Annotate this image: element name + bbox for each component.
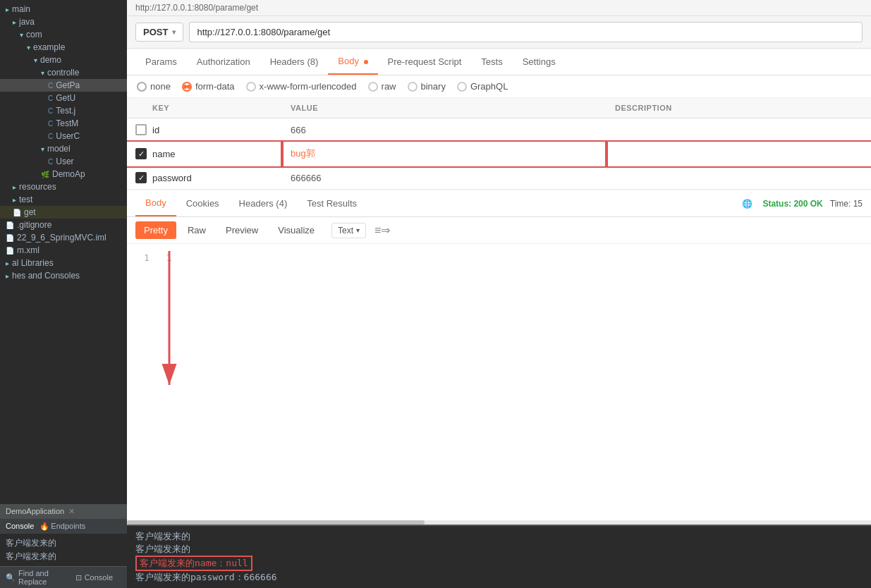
highlighted-text: 客户端发来的name：null [135,556,252,571]
tree-label: controlle [47,68,79,78]
tree-label: TestM [56,118,78,128]
tree-item-test-folder[interactable]: ▸ test [0,193,127,206]
radio-binary[interactable]: binary [408,81,446,92]
tree-item-testm[interactable]: C TestM [0,117,127,130]
tree-item-java[interactable]: ▸ java [0,16,127,28]
class-icon: C [48,82,53,90]
tree-item-getpa[interactable]: C GetPa [0,79,127,92]
tree-label: 22_9_6_SpringMVC.iml [17,233,106,243]
url-bar: POST ▾ [127,16,871,49]
col-header-value: VALUE [282,98,607,118]
tree-item-model[interactable]: ▾ model [0,142,127,155]
tree-item-resources[interactable]: ▸ resources [0,180,127,193]
resp-body-tab-visualize[interactable]: Visualize [269,221,323,239]
tree-label: main [12,4,30,14]
folder-icon: ▸ [13,196,16,204]
row-checkbox[interactable]: ✓ [135,148,147,159]
tab-authorization[interactable]: Authorization [187,49,260,74]
row-key: name [152,149,176,159]
tree-label: DemoAp [52,169,85,179]
radio-raw[interactable]: raw [368,81,396,92]
row-checkbox-cell: id [127,118,282,142]
tab-endpoints[interactable]: Endpoints [51,522,85,530]
file-icon: 📄 [13,209,21,216]
tree-item-iml[interactable]: 📄 22_9_6_SpringMVC.iml [0,231,127,244]
find-replace-label: Find and Replace [18,569,67,586]
file-icon: 📄 [6,234,14,242]
tree-item-main[interactable]: ▸ main [0,3,127,16]
resp-tab-test-results[interactable]: Test Results [297,191,367,216]
format-dropdown[interactable]: Text ▾ [331,223,366,238]
wrap-icon[interactable]: ≡⇒ [374,223,390,237]
tree-label: com [26,30,42,39]
tree-item-demo[interactable]: ▾ demo [0,54,127,66]
tree-label: User [56,157,73,166]
console-button[interactable]: ⊡ Console [75,573,113,582]
col-header-key: KEY [127,98,282,118]
console-line-3: 客户端发来的 [135,530,863,543]
app-tab-label: DemoApplication [6,507,64,515]
class-icon: C [48,120,53,128]
method-dropdown[interactable]: POST ▾ [135,23,183,42]
tab-body[interactable]: Body [328,49,377,75]
tree-item-test[interactable]: C Test.j [0,104,127,117]
find-replace-icon: 🔍 [6,573,16,582]
tree-item-gitignore[interactable]: 📄 .gitignore [0,219,127,231]
tree-item-demoapplication[interactable]: 🌿 DemoAp [0,168,127,180]
tab-settings[interactable]: Settings [513,49,566,74]
folder-icon: ▾ [34,56,37,64]
console-label: Console [85,573,113,582]
row-checkbox[interactable]: ✓ [135,172,147,183]
body-options: none form-data x-www-form-urlencoded raw… [127,75,871,98]
tree-item-get-file[interactable]: 📄 get [0,206,127,219]
resp-body-tab-raw[interactable]: Raw [179,221,214,239]
horizontal-scrollbar[interactable] [127,520,871,525]
tab-console[interactable]: Console [6,522,34,530]
row-checkbox[interactable] [135,124,147,135]
tree-label: .gitignore [17,220,51,230]
tree-item-getu[interactable]: C GetU [0,92,127,104]
radio-form-data[interactable]: form-data [182,81,235,92]
scroll-thumb[interactable] [127,520,425,525]
class-icon: C [48,107,53,115]
tab-headers[interactable]: Headers (8) [260,49,329,74]
resp-tab-cookies[interactable]: Cookies [176,191,229,216]
resp-body-tab-pretty[interactable]: Pretty [135,221,176,239]
resp-body-tab-preview[interactable]: Preview [217,221,267,239]
radio-urlencoded[interactable]: x-www-form-urlencoded [246,81,357,92]
app-tab[interactable]: DemoApplication ✕ [0,504,127,519]
folder-icon: ▸ [6,6,9,13]
form-table-container: KEY VALUE DESCRIPTION id [127,98,871,190]
console-line-2: 客户端发来的 [6,550,121,563]
tree-item-com[interactable]: ▾ com [0,28,127,41]
tab-pre-request[interactable]: Pre-request Script [378,49,472,74]
row-checkbox-cell: ✓ password [127,166,282,190]
radio-none[interactable]: none [137,81,171,92]
url-input[interactable] [189,22,863,42]
tree-item-userc[interactable]: C UserC [0,130,127,142]
tree-item-example[interactable]: ▾ example [0,41,127,54]
tree-label: Test.j [56,106,75,116]
time-label: Time: 15 [830,199,863,209]
tab-params[interactable]: Params [135,49,187,74]
tab-tests[interactable]: Tests [471,49,512,74]
resp-tab-headers[interactable]: Headers (4) [229,191,298,216]
close-button[interactable]: ✕ [68,507,75,516]
class-icon: C [48,94,53,102]
resp-value: 1 [166,252,172,263]
file-icon: 📄 [6,221,14,229]
body-dot [364,60,368,64]
tree-label: demo [40,55,61,65]
resp-tab-body[interactable]: Body [135,190,176,216]
row-value: 666 [291,125,306,135]
spring-icon: 🌿 [41,171,49,178]
tree-item-consoles[interactable]: ▸ hes and Consoles [0,269,127,282]
tree-item-controller[interactable]: ▾ controlle [0,66,127,79]
find-replace-button[interactable]: 🔍 Find and Replace [6,569,67,586]
radio-circle-raw [368,82,378,92]
tree-label: example [33,42,65,52]
tree-item-xml[interactable]: 📄 m.xml [0,244,127,257]
tree-item-libraries[interactable]: ▸ al Libraries [0,257,127,269]
radio-graphql[interactable]: GraphQL [457,81,508,92]
tree-item-user[interactable]: C User [0,155,127,168]
